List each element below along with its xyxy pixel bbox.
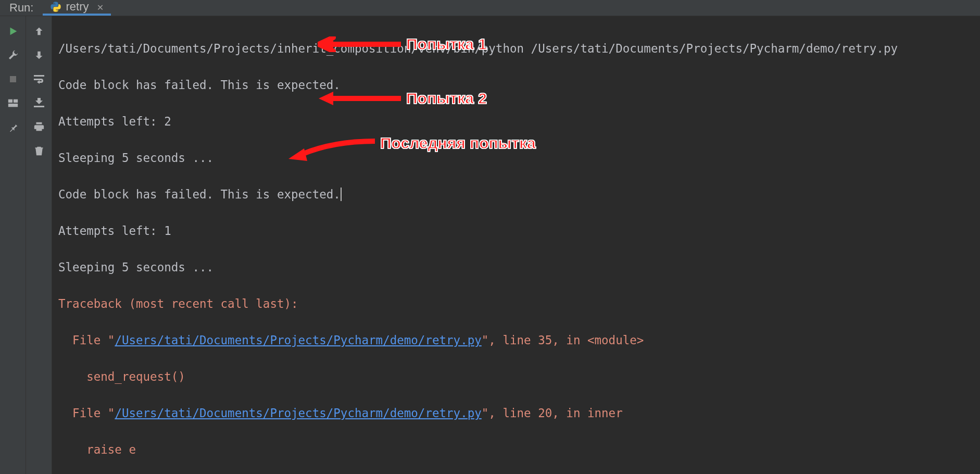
file-link[interactable]: /Users/tati/Documents/Projects/Pycharm/d… [115, 333, 481, 347]
output-line: Sleeping 5 seconds ... [58, 149, 974, 167]
output-line: Code block has failed. This is expected. [58, 185, 974, 204]
run-toolbar-left [0, 16, 26, 474]
console-output[interactable]: /Users/tati/Documents/Projects/inherit_c… [52, 16, 980, 474]
trash-icon[interactable] [32, 144, 46, 158]
console-toolbar [26, 16, 52, 474]
rerun-icon[interactable] [6, 24, 20, 38]
print-icon[interactable] [32, 120, 46, 134]
output-line: Code block has failed. This is expected. [58, 76, 974, 94]
run-tab-retry[interactable]: retry ✕ [43, 0, 110, 16]
layout-icon[interactable] [6, 96, 20, 110]
output-line: Sleeping 5 seconds ... [58, 258, 974, 277]
traceback-file-line: File "/Users/tati/Documents/Projects/Pyc… [58, 331, 974, 350]
command-line: /Users/tati/Documents/Projects/inherit_c… [58, 40, 974, 58]
svg-rect-0 [10, 76, 16, 82]
svg-rect-3 [8, 104, 17, 107]
arrow-up-icon[interactable] [32, 24, 46, 38]
traceback-code-line: send_request() [58, 368, 974, 386]
svg-rect-1 [8, 99, 12, 103]
traceback-header: Traceback (most recent call last): [58, 295, 974, 313]
output-line: Attempts left: 2 [58, 113, 974, 131]
file-link[interactable]: /Users/tati/Documents/Projects/Pycharm/d… [115, 406, 481, 420]
output-line: Attempts left: 1 [58, 222, 974, 240]
run-tab-bar: Run: retry ✕ [0, 0, 980, 16]
svg-rect-2 [13, 99, 17, 103]
wrench-icon[interactable] [6, 48, 20, 62]
close-icon[interactable]: ✕ [97, 1, 103, 13]
stop-icon[interactable] [6, 72, 20, 86]
traceback-code-line: raise e [58, 441, 974, 459]
soft-wrap-icon[interactable] [32, 72, 46, 86]
python-file-icon [50, 1, 61, 13]
tab-label: retry [66, 0, 89, 14]
pin-icon[interactable] [6, 120, 20, 134]
traceback-file-line: File "/Users/tati/Documents/Projects/Pyc… [58, 404, 974, 422]
scroll-to-end-icon[interactable] [32, 96, 46, 110]
arrow-down-icon[interactable] [32, 48, 46, 62]
run-panel-title: Run: [0, 1, 43, 15]
